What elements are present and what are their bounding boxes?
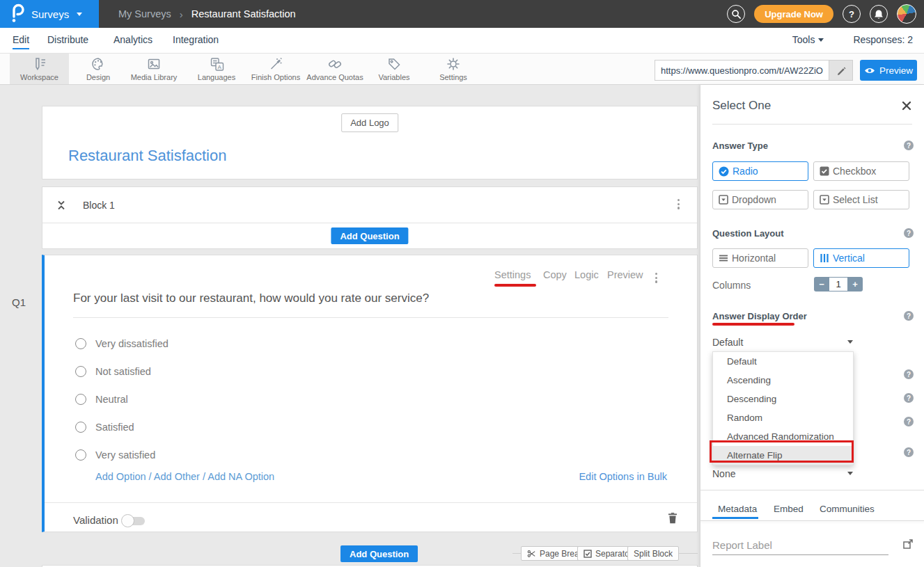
setting-help-icon[interactable]: ? bbox=[904, 417, 914, 426]
tab-analytics[interactable]: Analytics bbox=[113, 34, 152, 45]
panel-tab-embed[interactable]: Embed bbox=[774, 504, 804, 514]
tab-distribute[interactable]: Distribute bbox=[47, 34, 88, 45]
answer-type-checkbox-button[interactable]: Checkbox bbox=[813, 161, 909, 181]
setting-help-icon[interactable]: ? bbox=[904, 369, 914, 379]
chevron-down-icon[interactable] bbox=[847, 472, 853, 475]
validation-divider bbox=[45, 502, 697, 503]
chevron-down-icon[interactable] bbox=[847, 340, 853, 344]
media-image-icon bbox=[146, 56, 162, 72]
option-links: Add Option / Add Other / Add NA Option bbox=[95, 471, 274, 482]
panel-tab-communities[interactable]: Communities bbox=[820, 504, 875, 514]
secondary-select[interactable]: None bbox=[712, 468, 735, 479]
question-tab-preview[interactable]: Preview bbox=[607, 269, 643, 280]
toolbar-design[interactable]: Design bbox=[79, 54, 118, 84]
block-menu-button[interactable] bbox=[675, 197, 682, 211]
radio-button-icon[interactable] bbox=[75, 338, 86, 349]
display-order-annotation-underline bbox=[712, 323, 794, 326]
answer-option-label[interactable]: Very satisfied bbox=[95, 449, 155, 461]
edit-url-button[interactable] bbox=[829, 60, 853, 81]
search-button[interactable] bbox=[727, 5, 745, 23]
layout-horizontal-button[interactable]: Horizontal bbox=[712, 248, 808, 268]
upgrade-now-button[interactable]: Upgrade Now bbox=[754, 5, 833, 23]
answer-type-dropdown-button[interactable]: Dropdown bbox=[712, 190, 808, 209]
close-icon bbox=[902, 101, 911, 111]
answer-option-label[interactable]: Neutral bbox=[95, 394, 128, 405]
toolbar-variables[interactable]: Variables bbox=[373, 54, 415, 84]
validation-toggle[interactable] bbox=[123, 517, 145, 525]
display-order-help-icon[interactable]: ? bbox=[904, 311, 914, 321]
answer-option-label[interactable]: Satisfied bbox=[95, 422, 134, 433]
radio-button-icon[interactable] bbox=[75, 422, 86, 433]
product-switcher[interactable]: Surveys bbox=[0, 0, 99, 28]
responses-count-link[interactable]: Responses: 2 bbox=[853, 34, 913, 45]
answer-type-select-list-button[interactable]: Select List bbox=[813, 190, 909, 209]
menu-item-ascending[interactable]: Ascending bbox=[713, 371, 853, 390]
survey-url-input[interactable] bbox=[655, 60, 829, 81]
top-header: Surveys My Surveys › Restaurant Satisfac… bbox=[0, 0, 924, 28]
toolbar-workspace[interactable]: Workspace bbox=[10, 54, 69, 84]
question-tab-settings[interactable]: Settings bbox=[494, 269, 531, 280]
answer-type-help-icon[interactable]: ? bbox=[904, 141, 914, 150]
display-order-select[interactable]: Default bbox=[712, 337, 743, 348]
tab-edit[interactable]: Edit bbox=[13, 34, 29, 49]
question-menu-button[interactable] bbox=[653, 271, 659, 285]
user-avatar[interactable] bbox=[897, 4, 916, 24]
toolbar-finish-options[interactable]: Finish Options bbox=[247, 54, 304, 84]
expand-report-label-button[interactable] bbox=[902, 538, 914, 552]
report-label-input[interactable] bbox=[712, 537, 888, 555]
setting-help-icon[interactable]: ? bbox=[904, 393, 914, 403]
menu-item-alternate-flip[interactable]: Alternate Flip bbox=[713, 446, 853, 465]
close-panel-button[interactable] bbox=[902, 101, 911, 113]
answer-type-radio-button[interactable]: Radio bbox=[712, 161, 808, 181]
answer-option-label[interactable]: Very dissatisfied bbox=[95, 338, 169, 349]
toolbar-advance-quotas[interactable]: Advance Quotas bbox=[302, 54, 368, 84]
editor-toolbar: Workspace Design Media Library A Languag… bbox=[0, 53, 924, 85]
preview-button[interactable]: Preview bbox=[860, 60, 917, 81]
add-question-button-top[interactable]: Add Question bbox=[331, 227, 408, 244]
help-button[interactable]: ? bbox=[843, 5, 861, 23]
radio-button-icon[interactable] bbox=[75, 366, 86, 377]
answer-option-row: Satisfied bbox=[75, 422, 134, 433]
search-icon bbox=[731, 9, 742, 19]
checkbox-check-icon bbox=[820, 166, 829, 176]
toolbar-languages[interactable]: A Languages bbox=[194, 54, 239, 84]
question-tab-logic[interactable]: Logic bbox=[574, 269, 599, 280]
menu-item-default[interactable]: Default bbox=[713, 352, 853, 371]
question-tab-copy[interactable]: Copy bbox=[543, 269, 567, 280]
columns-value: 1 bbox=[829, 277, 847, 292]
answer-option-label[interactable]: Not satisfied bbox=[95, 366, 151, 377]
survey-title[interactable]: Restaurant Satisfaction bbox=[68, 147, 226, 165]
columns-decrement-button[interactable]: − bbox=[814, 277, 829, 292]
toolbar-media-library[interactable]: Media Library bbox=[128, 54, 180, 84]
chain-links-icon bbox=[327, 56, 343, 72]
notifications-button[interactable] bbox=[870, 5, 888, 23]
add-other-link[interactable]: Add Other bbox=[154, 471, 200, 482]
settings-annotation-underline bbox=[494, 284, 536, 287]
add-option-link[interactable]: Add Option bbox=[95, 471, 146, 482]
columns-increment-button[interactable]: + bbox=[847, 277, 863, 292]
split-block-button[interactable]: Split Block bbox=[627, 546, 679, 561]
add-logo-button[interactable]: Add Logo bbox=[341, 113, 398, 132]
menu-item-descending[interactable]: Descending bbox=[713, 390, 853, 408]
eye-icon bbox=[864, 67, 875, 74]
menu-item-advanced-randomization[interactable]: Advanced Randomization bbox=[713, 427, 853, 446]
breadcrumb-my-surveys[interactable]: My Surveys bbox=[118, 8, 171, 19]
menu-item-random[interactable]: Random bbox=[713, 408, 853, 427]
toolbar-settings[interactable]: Settings bbox=[432, 54, 474, 84]
breadcrumb: My Surveys › Restaurant Satisfaction bbox=[118, 0, 296, 28]
delete-question-button[interactable] bbox=[667, 511, 678, 527]
radio-button-icon[interactable] bbox=[75, 449, 86, 461]
radio-button-icon[interactable] bbox=[75, 394, 86, 405]
tools-menu[interactable]: Tools bbox=[792, 34, 824, 45]
layout-vertical-button[interactable]: Vertical bbox=[813, 248, 909, 268]
question-text[interactable]: For your last visit to our restaurant, h… bbox=[73, 292, 429, 305]
tab-integration[interactable]: Integration bbox=[173, 34, 219, 45]
add-na-option-link[interactable]: Add NA Option bbox=[207, 471, 274, 482]
edit-options-in-bulk-link[interactable]: Edit Options in Bulk bbox=[579, 471, 667, 482]
collapse-block-button[interactable] bbox=[56, 200, 66, 214]
add-question-button-bottom[interactable]: Add Question bbox=[340, 545, 418, 562]
setting-help-icon[interactable]: ? bbox=[904, 447, 914, 457]
block-title[interactable]: Block 1 bbox=[83, 200, 115, 211]
question-layout-help-icon[interactable]: ? bbox=[904, 228, 914, 238]
panel-tab-metadata[interactable]: Metadata bbox=[718, 504, 757, 514]
